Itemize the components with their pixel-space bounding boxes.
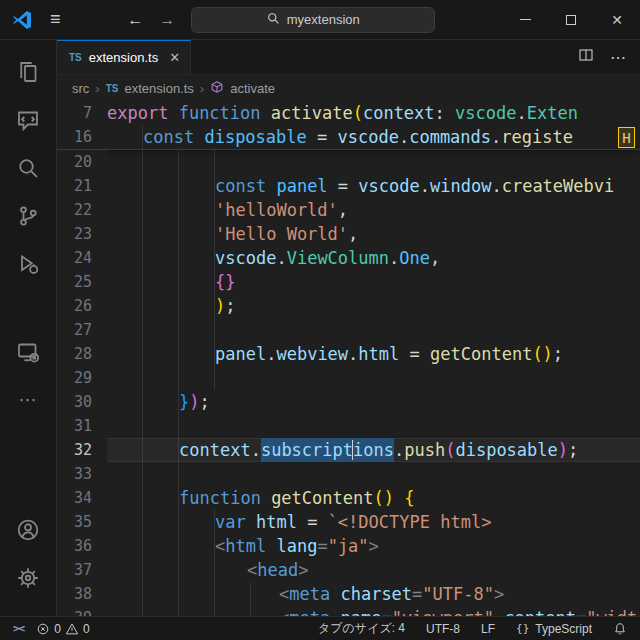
- forward-button[interactable]: →: [159, 11, 175, 29]
- code-token: panel: [276, 174, 337, 198]
- line-number[interactable]: 39: [57, 606, 107, 616]
- chat-button[interactable]: [5, 100, 51, 140]
- code-line[interactable]: 20: [57, 150, 640, 174]
- code-token: =: [317, 534, 327, 558]
- code-line[interactable]: 30});: [57, 390, 640, 414]
- line-number[interactable]: 34: [57, 486, 107, 510]
- language-indicator[interactable]: {} TypeScript: [513, 622, 595, 636]
- code-editor[interactable]: H 7export function activate(context: vsc…: [57, 101, 640, 616]
- accounts-button[interactable]: [5, 510, 51, 550]
- code-token: function: [179, 101, 271, 125]
- code-line[interactable]: 26);: [57, 294, 640, 318]
- code-line[interactable]: 27: [57, 318, 640, 342]
- vscode-window: ≡ ← → myextension ✕: [0, 0, 640, 640]
- tab-close-button[interactable]: ✕: [169, 50, 180, 65]
- code-line[interactable]: 31: [57, 414, 640, 438]
- line-number[interactable]: 28: [57, 342, 107, 366]
- code-token: `<!DOCTYPE html>: [328, 510, 492, 534]
- code-line[interactable]: 29: [57, 366, 640, 390]
- line-number[interactable]: 27: [57, 318, 107, 342]
- code-line[interactable]: 35var html = `<!DOCTYPE html>: [57, 510, 640, 534]
- code-line[interactable]: 24vscode.ViewColumn.One,: [57, 246, 640, 270]
- line-number[interactable]: 22: [57, 198, 107, 222]
- line-number[interactable]: 33: [57, 462, 107, 486]
- remote-indicator[interactable]: ><: [10, 622, 27, 635]
- maximize-icon: [566, 15, 576, 25]
- line-number[interactable]: 23: [57, 222, 107, 246]
- line-number[interactable]: 37: [57, 558, 107, 582]
- tab-label: extension.ts: [89, 50, 158, 65]
- settings-button[interactable]: [5, 558, 51, 598]
- code-line[interactable]: 21const panel = vscode.window.createWebv…: [57, 174, 640, 198]
- code-line[interactable]: 36<html lang="ja">: [57, 534, 640, 558]
- code-line[interactable]: 7export function activate(context: vscod…: [57, 101, 640, 125]
- remote-explorer-button[interactable]: [5, 332, 51, 372]
- code-line[interactable]: 34function getContent() {: [57, 486, 640, 510]
- code-line[interactable]: 23'Hello World',: [57, 222, 640, 246]
- explorer-button[interactable]: [5, 52, 51, 92]
- code-token: vscode: [455, 101, 516, 125]
- code-line[interactable]: 25{}: [57, 270, 640, 294]
- breadcrumb-file[interactable]: extension.ts: [124, 81, 193, 96]
- code-line[interactable]: 38<meta charset="UTF-8">: [57, 582, 640, 606]
- eol-indicator[interactable]: LF: [478, 622, 498, 636]
- search-view-button[interactable]: [5, 148, 51, 188]
- code-line[interactable]: 32context.subscriptions.push(disposable)…: [57, 438, 640, 462]
- line-number[interactable]: 7: [57, 101, 107, 125]
- run-debug-button[interactable]: [5, 244, 51, 284]
- breadcrumb-symbol[interactable]: activate: [230, 81, 275, 96]
- line-number[interactable]: 35: [57, 510, 107, 534]
- encoding-indicator[interactable]: UTF-8: [423, 622, 463, 636]
- tab-size-indicator[interactable]: タブのサイズ: 4: [315, 620, 408, 637]
- code-token: meta: [289, 606, 340, 616]
- code-line[interactable]: 22'helloWorld',: [57, 198, 640, 222]
- notifications-button[interactable]: [610, 622, 630, 636]
- indent-guides: [107, 582, 279, 606]
- files-icon: [16, 60, 40, 84]
- maximize-button[interactable]: [548, 0, 594, 39]
- line-number[interactable]: 26: [57, 294, 107, 318]
- gear-icon: [16, 566, 40, 590]
- menu-button[interactable]: ≡: [50, 9, 61, 30]
- code-area: 2021const panel = vscode.window.createWe…: [57, 150, 640, 616]
- code-token: activate: [271, 101, 353, 125]
- code-line[interactable]: 28panel.webview.html = getContent();: [57, 342, 640, 366]
- line-number[interactable]: 20: [57, 150, 107, 174]
- more-actions-button[interactable]: ⋯: [610, 48, 626, 67]
- code-line[interactable]: 16const disposable = vscode.commands.reg…: [57, 125, 640, 149]
- line-number[interactable]: 29: [57, 366, 107, 390]
- problems-button[interactable]: 0 0: [33, 622, 92, 636]
- code-token: ;: [553, 342, 563, 366]
- line-number[interactable]: 16: [57, 125, 107, 149]
- line-number[interactable]: 24: [57, 246, 107, 270]
- indent-guides: [107, 294, 215, 318]
- line-number[interactable]: 31: [57, 414, 107, 438]
- code-token: head: [257, 558, 298, 582]
- code-line[interactable]: 33: [57, 462, 640, 486]
- indent-guides: [107, 174, 215, 198]
- back-button[interactable]: ←: [127, 11, 143, 29]
- code-token: >: [298, 558, 308, 582]
- line-number[interactable]: 25: [57, 270, 107, 294]
- code-token: lang: [276, 534, 317, 558]
- command-center-search[interactable]: myextension: [191, 7, 435, 33]
- line-number[interactable]: 36: [57, 534, 107, 558]
- tab-extension-ts[interactable]: TS extension.ts ✕: [57, 40, 191, 74]
- line-number[interactable]: 32: [57, 438, 107, 462]
- code-token: vscode: [215, 246, 276, 270]
- indent-guides: [107, 486, 179, 510]
- code-line[interactable]: 37<head>: [57, 558, 640, 582]
- code-token: name: [340, 606, 381, 616]
- code-line[interactable]: 39<meta name="viewport" content="widt: [57, 606, 640, 616]
- line-number[interactable]: 38: [57, 582, 107, 606]
- additional-views-button[interactable]: ⋯: [5, 380, 51, 420]
- code-token: .: [394, 438, 404, 462]
- split-editor-button[interactable]: [578, 47, 594, 67]
- close-button[interactable]: ✕: [594, 0, 640, 39]
- source-control-button[interactable]: [5, 196, 51, 236]
- minimize-button[interactable]: [502, 0, 548, 39]
- breadcrumb-folder[interactable]: src: [72, 81, 89, 96]
- line-number[interactable]: 21: [57, 174, 107, 198]
- line-number[interactable]: 30: [57, 390, 107, 414]
- code-token: ;: [200, 390, 210, 414]
